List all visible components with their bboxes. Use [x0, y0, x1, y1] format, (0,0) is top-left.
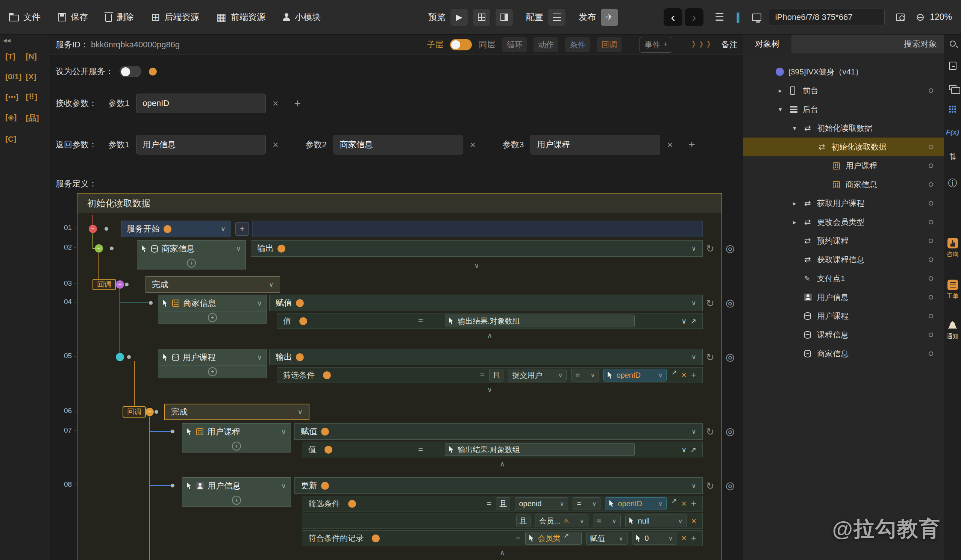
value-select[interactable]: openID	[605, 497, 667, 510]
value-select[interactable]: 0	[632, 532, 677, 545]
outline-list-icon[interactable]	[715, 11, 724, 23]
component-object[interactable]: [◈]	[5, 113, 26, 123]
help-icon[interactable]	[325, 446, 333, 454]
tree-item[interactable]: 后台	[743, 100, 944, 119]
value-select[interactable]: 输出结果.对象数组	[445, 443, 635, 456]
target-icon[interactable]	[726, 351, 734, 363]
target-icon[interactable]	[726, 480, 734, 492]
preview-split-button[interactable]	[495, 8, 513, 26]
service-start-lane[interactable]	[252, 221, 703, 237]
refresh-icon[interactable]	[706, 298, 714, 309]
visibility-circle[interactable]	[929, 164, 933, 168]
frontend-resources-button[interactable]: 前端资源	[216, 11, 265, 23]
collapse-params-icon[interactable]	[302, 460, 703, 467]
external-link-icon[interactable]	[671, 368, 677, 377]
visibility-circle[interactable]	[929, 351, 933, 356]
chevron-down-icon[interactable]	[691, 299, 696, 307]
sublayer-label[interactable]: 子层	[427, 39, 443, 50]
field-select[interactable]: 会员...	[535, 515, 588, 527]
refresh-icon[interactable]	[706, 426, 714, 438]
tree-item[interactable]: 用户课程	[743, 306, 944, 326]
search-objects-input[interactable]: 搜索对象	[904, 39, 944, 50]
layer-mode-toggle[interactable]	[450, 39, 472, 50]
expand-params-icon[interactable]	[277, 385, 703, 393]
chevron-down-icon[interactable]	[257, 299, 262, 307]
consult-button[interactable]: 咨询	[947, 238, 959, 258]
device-selector[interactable]: iPhone6/7/8 375*667	[769, 9, 885, 26]
remove-param-icon[interactable]	[273, 98, 278, 109]
remove-condition-icon[interactable]	[691, 516, 696, 526]
add-action-button[interactable]	[182, 440, 291, 452]
camera-icon[interactable]	[896, 13, 905, 21]
refresh-icon[interactable]	[706, 352, 714, 363]
notification-button[interactable]: 通知	[947, 321, 959, 340]
collapse-node-green[interactable]	[95, 244, 103, 253]
target-icon[interactable]	[726, 425, 734, 438]
value-select[interactable]: openID	[603, 369, 667, 382]
help-icon[interactable]	[164, 225, 172, 233]
ticket-button[interactable]: 工单	[947, 280, 959, 300]
tree-item[interactable]: 用户信息	[743, 288, 944, 306]
tree-item[interactable]: 初始化读取数据	[743, 138, 944, 156]
save-button[interactable]: 保存	[58, 11, 88, 23]
help-icon[interactable]	[323, 371, 331, 379]
tab-object-tree[interactable]: 对象树	[743, 35, 791, 53]
callback-tool[interactable]: 回调	[597, 37, 622, 52]
tree-item[interactable]: 初始化读取数据	[743, 119, 944, 138]
chevron-down-icon[interactable]	[221, 225, 226, 233]
chevron-down-icon[interactable]	[281, 428, 286, 436]
action-tool[interactable]: 动作	[534, 37, 558, 52]
chevron-down-icon[interactable]	[691, 244, 696, 253]
chevron-down-icon[interactable]	[681, 445, 686, 454]
tree-item[interactable]: 更改会员类型	[743, 213, 944, 231]
assign-select[interactable]: 赋值	[586, 532, 627, 545]
chevron-down-icon[interactable]	[257, 353, 262, 361]
zoom-level[interactable]: 120%	[930, 12, 952, 22]
help-icon[interactable]	[321, 428, 329, 436]
visibility-circle[interactable]	[929, 314, 933, 318]
help-icon[interactable]	[296, 353, 304, 361]
samelayer-label[interactable]: 同层	[479, 39, 495, 50]
object-block-user-course[interactable]: 用户课程	[182, 423, 291, 452]
help-icon[interactable]	[372, 534, 380, 542]
record-field-select[interactable]: 会员类	[525, 532, 582, 545]
function-icon[interactable]: F(x)	[946, 128, 959, 136]
visibility-circle[interactable]	[929, 182, 933, 187]
refresh-icon[interactable]	[706, 243, 714, 255]
chevron-down-icon[interactable]	[281, 482, 286, 490]
help-icon[interactable]	[149, 67, 157, 75]
and-operator[interactable]: 且	[516, 515, 530, 527]
operator-select[interactable]: =	[571, 369, 599, 382]
add-block-button[interactable]	[235, 222, 249, 236]
visibility-circle[interactable]	[929, 295, 933, 300]
return-param3-input[interactable]: 用户课程	[530, 135, 660, 154]
chevron-down-icon[interactable]	[691, 481, 696, 490]
help-icon[interactable]	[296, 299, 304, 307]
object-block-user-course[interactable]: 用户课程	[158, 349, 267, 378]
caret-icon[interactable]	[793, 124, 804, 132]
visibility-circle[interactable]	[929, 257, 933, 262]
object-block-merchant-info[interactable]: 商家信息	[137, 240, 246, 270]
tree-item[interactable]: 课程信息	[743, 326, 944, 344]
tree-item[interactable]: 获取用户课程	[743, 194, 944, 213]
remove-param-icon[interactable]	[470, 139, 476, 151]
caret-icon[interactable]	[793, 200, 804, 207]
component-boolean[interactable]: [0/1]	[5, 72, 26, 81]
public-service-toggle[interactable]	[120, 66, 141, 77]
collapse-node-red[interactable]	[89, 225, 97, 233]
service-start-block[interactable]: 服务开始	[121, 221, 231, 237]
components-icon[interactable]	[949, 85, 956, 90]
file-menu[interactable]: 文件	[9, 11, 40, 23]
visibility-circle[interactable]	[929, 220, 933, 225]
return-param1-input[interactable]: 用户信息	[136, 135, 266, 154]
field-select[interactable]: 提交用户	[508, 369, 567, 382]
back-button[interactable]	[664, 8, 682, 26]
add-condition-icon[interactable]	[691, 498, 696, 509]
publish-button[interactable]	[601, 8, 619, 26]
remove-param-icon[interactable]	[273, 139, 278, 151]
visibility-circle[interactable]	[929, 333, 933, 337]
action-output[interactable]: 输出	[251, 240, 703, 257]
caret-icon[interactable]	[779, 106, 790, 114]
delete-button[interactable]: 删除	[105, 11, 134, 23]
caret-icon[interactable]	[793, 218, 804, 226]
